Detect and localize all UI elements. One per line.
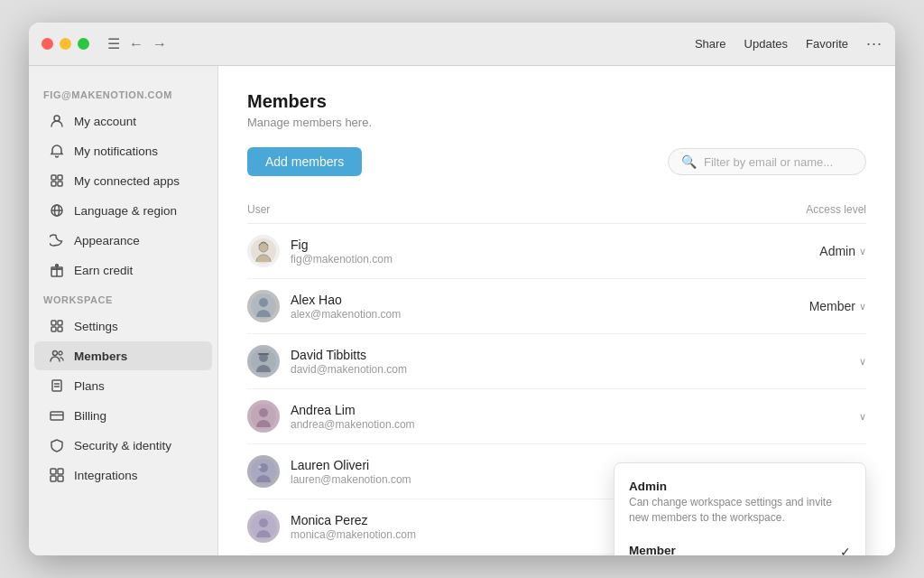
- member-access-andrea[interactable]: ∨: [740, 411, 866, 423]
- svg-point-0: [54, 116, 60, 121]
- page-subtitle: Manage members here.: [247, 116, 866, 129]
- traffic-lights: [42, 38, 89, 50]
- member-access-alex[interactable]: Member ∨: [740, 299, 866, 313]
- svg-rect-11: [51, 321, 56, 325]
- sidebar-label-appearance: Appearance: [74, 234, 140, 247]
- content-area: Members Manage members here. Add members…: [218, 66, 895, 555]
- svg-point-15: [53, 351, 58, 356]
- sidebar-item-my-notifications[interactable]: My notifications: [34, 136, 212, 165]
- page-title: Members: [247, 91, 866, 112]
- svg-rect-3: [51, 182, 56, 186]
- sidebar-item-earn-credit[interactable]: Earn credit: [34, 256, 212, 284]
- account-section-label: FIG@MAKENOTION.COM: [29, 80, 217, 106]
- member-row-lauren: Lauren Oliveri lauren@makenotion.com → A…: [247, 444, 866, 499]
- svg-point-16: [59, 351, 62, 355]
- avatar-fig: [247, 235, 280, 267]
- svg-rect-13: [51, 327, 56, 331]
- avatar-monica: [247, 510, 280, 543]
- gift-icon: [49, 262, 65, 278]
- member-row-alex: Alex Hao alex@makenotion.com Member ∨: [247, 279, 866, 334]
- main-layout: FIG@MAKENOTION.COM My account: [29, 66, 895, 555]
- dropdown-item-member[interactable]: Member Cannot change workspace settings …: [614, 535, 865, 555]
- svg-rect-32: [258, 353, 269, 355]
- sidebar: FIG@MAKENOTION.COM My account: [29, 66, 218, 555]
- search-icon: 🔍: [681, 154, 697, 169]
- sidebar-item-plans[interactable]: Plans: [34, 371, 212, 400]
- search-box: 🔍 Filter by email or name...: [668, 148, 866, 175]
- back-icon[interactable]: ←: [129, 36, 143, 52]
- navigation-controls: ☰ ← →: [107, 35, 167, 52]
- svg-rect-17: [52, 380, 61, 391]
- svg-point-29: [259, 298, 268, 307]
- sidebar-item-language-region[interactable]: Language & region: [34, 196, 212, 225]
- share-button[interactable]: Share: [695, 37, 726, 51]
- sidebar-label-billing: Billing: [74, 409, 106, 423]
- avatar-david: [247, 345, 280, 378]
- member-access-fig[interactable]: Admin ∨: [740, 244, 866, 258]
- svg-rect-23: [58, 469, 63, 474]
- sidebar-item-my-connected-apps[interactable]: My connected apps: [34, 166, 212, 195]
- sidebar-label-earn-credit: Earn credit: [74, 264, 133, 277]
- selected-checkmark-icon: ✓: [840, 545, 851, 555]
- svg-rect-10: [51, 267, 62, 269]
- search-input[interactable]: Filter by email or name...: [704, 155, 853, 169]
- chevron-down-icon-andrea: ∨: [859, 411, 866, 423]
- member-email-fig: fig@makenotion.com: [291, 253, 740, 266]
- member-name-david: David Tibbitts: [291, 348, 740, 362]
- members-icon: [49, 348, 65, 364]
- sidebar-item-integrations[interactable]: Integrations: [34, 461, 212, 489]
- forward-icon[interactable]: →: [152, 36, 167, 52]
- sidebar-item-my-account[interactable]: My account: [34, 107, 212, 135]
- member-email-andrea: andrea@makenotion.com: [291, 418, 740, 431]
- member-row-fig: Fig fig@makenotion.com Admin ∨: [247, 224, 866, 279]
- sidebar-item-members[interactable]: Members: [34, 341, 212, 370]
- favorite-button[interactable]: Favorite: [806, 37, 848, 51]
- updates-button[interactable]: Updates: [744, 37, 788, 51]
- bell-icon: [49, 143, 65, 159]
- sidebar-item-security-identity[interactable]: Security & identity: [34, 431, 212, 460]
- member-name-fig: Fig: [291, 238, 740, 252]
- member-info-alex: Alex Hao alex@makenotion.com: [291, 293, 740, 321]
- settings-icon: [49, 318, 65, 334]
- shield-icon: [49, 437, 65, 453]
- sidebar-item-settings[interactable]: Settings: [34, 312, 212, 340]
- member-name-alex: Alex Hao: [291, 293, 740, 307]
- member-info-andrea: Andrea Lim andrea@makenotion.com: [291, 403, 740, 431]
- person-icon: [49, 113, 65, 129]
- member-email-alex: alex@makenotion.com: [291, 308, 740, 321]
- svg-point-37: [259, 466, 262, 469]
- svg-rect-4: [58, 182, 62, 186]
- admin-option-desc: Can change workspace settings and invite…: [629, 495, 851, 526]
- add-members-button[interactable]: Add members: [247, 147, 362, 176]
- avatar-alex: [247, 290, 280, 322]
- dropdown-item-admin[interactable]: Admin Can change workspace settings and …: [614, 471, 865, 535]
- integrations-icon: [49, 467, 65, 483]
- globe-icon: [49, 202, 65, 219]
- member-access-david[interactable]: ∨: [740, 356, 866, 368]
- member-info-david: David Tibbitts david@makenotion.com: [291, 348, 740, 376]
- sidebar-item-appearance[interactable]: Appearance: [34, 226, 212, 255]
- svg-point-34: [259, 408, 268, 417]
- sidebar-label-my-notifications: My notifications: [74, 144, 158, 158]
- chevron-down-icon-david: ∨: [859, 356, 866, 368]
- member-email-david: david@makenotion.com: [291, 363, 740, 376]
- minimize-button[interactable]: [60, 38, 71, 50]
- menu-icon[interactable]: ☰: [107, 35, 120, 52]
- svg-rect-14: [58, 327, 62, 331]
- moon-icon: [49, 232, 65, 248]
- close-button[interactable]: [42, 38, 53, 50]
- sidebar-label-my-account: My account: [74, 115, 136, 128]
- member-row-david: David Tibbitts david@makenotion.com ∨: [247, 334, 866, 389]
- sidebar-label-integrations: Integrations: [74, 469, 138, 482]
- col-user-header: User: [247, 203, 740, 216]
- more-options-button[interactable]: ···: [866, 34, 882, 53]
- member-info-fig: Fig fig@makenotion.com: [291, 238, 740, 266]
- toolbar-row: Add members 🔍 Filter by email or name...: [247, 147, 866, 176]
- sidebar-label-members: Members: [74, 350, 127, 363]
- maximize-button[interactable]: [78, 38, 89, 50]
- sidebar-item-billing[interactable]: Billing: [34, 401, 212, 430]
- sidebar-label-language-region: Language & region: [74, 204, 177, 218]
- sidebar-label-plans: Plans: [74, 379, 105, 393]
- billing-icon: [49, 407, 65, 424]
- sidebar-label-settings: Settings: [74, 320, 118, 333]
